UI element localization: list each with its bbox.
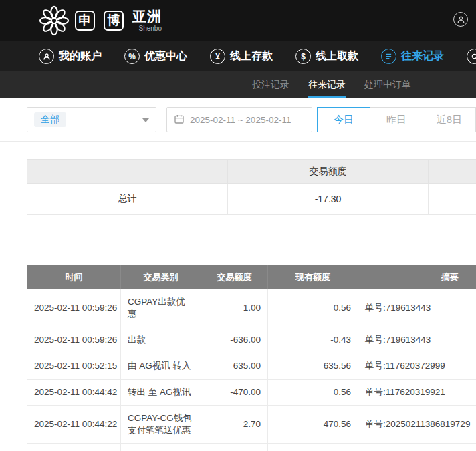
nav-label: 线上存款 — [230, 49, 273, 63]
cell-summary: 单号:117620372999 — [358, 353, 476, 380]
top-bar: 申 博 亚洲 Shenbo — [0, 0, 476, 41]
more-icon — [467, 49, 476, 64]
nav-label: 线上取款 — [316, 49, 358, 63]
last-8-days-button[interactable]: 近8日 — [423, 107, 476, 132]
cell-type: CGPAY支付 — [121, 444, 201, 451]
summary-total-value: -17.30 — [228, 184, 429, 215]
brand-char-bo: 博 — [104, 11, 124, 31]
table-row: 2025-02-11 00:52:15由 AG视讯 转入635.00635.56… — [27, 353, 476, 380]
quick-range-group: 今日 昨日 近8日 — [318, 107, 476, 132]
header-time: 时间 — [27, 265, 121, 289]
cell-amount: -636.00 — [201, 327, 268, 353]
cell-summary: 单号:117620319921 — [358, 380, 476, 406]
cell-time: 2025-02-11 00:44:22 — [27, 444, 121, 451]
table-row: 2025-02-11 00:44:22CGPAY支付450.00467.86单号… — [27, 444, 476, 451]
nav-item-withdraw[interactable]: $ 线上取款 — [295, 49, 358, 64]
table-row: 2025-02-11 00:59:26CGPAY出款优惠1.000.56单号:7… — [27, 289, 476, 327]
date-range-value: 2025-02-11 ~ 2025-02-11 — [190, 115, 291, 125]
deposit-icon: ¥ — [210, 49, 225, 64]
summary-header-row: 交易额度 — [27, 160, 476, 184]
nav-item-overflow[interactable] — [467, 49, 476, 64]
nav-label: 往来记录 — [401, 49, 444, 63]
cell-type: CGPAY-CG钱包支付笔笔送优惠 — [121, 406, 201, 444]
table-row: 2025-02-11 00:44:42转出 至 AG视讯-470.000.56单… — [27, 380, 476, 406]
calendar-icon — [174, 114, 185, 126]
tab-transaction-records[interactable]: 往来记录 — [308, 71, 346, 98]
cell-summary: 单号:719613443 — [358, 289, 476, 327]
header-type: 交易类别 — [121, 265, 201, 289]
table-row: 2025-02-11 00:44:22CGPAY-CG钱包支付笔笔送优惠2.70… — [27, 406, 476, 444]
tab-betting-records[interactable]: 投注记录 — [252, 71, 289, 98]
brand-region: 亚洲 — [132, 9, 162, 23]
records-tab-bar: 投注记录 往来记录 处理中订单 — [0, 71, 476, 98]
type-filter-value: 全部 — [34, 112, 66, 127]
tab-processing-orders[interactable]: 处理中订单 — [364, 71, 411, 98]
yesterday-button[interactable]: 昨日 — [370, 107, 423, 132]
cell-balance: 0.56 — [268, 380, 358, 406]
cell-amount: 635.00 — [201, 353, 268, 380]
header-amount: 交易额度 — [201, 265, 268, 289]
summary-total-cut — [429, 184, 476, 215]
cell-summary: 单号:719613443 — [358, 327, 476, 353]
brand-logo: 申 博 亚洲 Shenbo — [39, 5, 162, 36]
promo-icon: % — [124, 49, 140, 64]
nav-label: 我的账户 — [59, 49, 102, 63]
cell-time: 2025-02-11 00:52:15 — [27, 353, 121, 380]
flower-logo-icon — [39, 5, 70, 36]
cell-type: CGPAY出款优惠 — [121, 289, 201, 327]
cell-amount: 1.00 — [201, 289, 268, 327]
cell-balance: 635.56 — [268, 353, 358, 380]
cell-type: 转出 至 AG视讯 — [121, 380, 201, 406]
records-tbody: 2025-02-11 00:59:26CGPAY出款优惠1.000.56单号:7… — [27, 289, 476, 451]
cell-time: 2025-02-11 00:59:26 — [27, 289, 121, 327]
cell-time: 2025-02-11 00:59:26 — [27, 327, 121, 353]
header-balance: 现有额度 — [268, 265, 358, 289]
user-avatar-icon — [453, 12, 468, 27]
records-icon — [381, 49, 396, 64]
cell-balance: 467.86 — [268, 444, 358, 451]
brand-subtitle: Shenbo — [139, 25, 162, 32]
cell-summary: 单号:20250211386819729 — [358, 444, 476, 451]
date-range-input[interactable]: 2025-02-11 ~ 2025-02-11 — [166, 107, 312, 132]
summary-total-label: 总计 — [27, 184, 228, 215]
table-row: 2025-02-11 00:59:26出款-636.00-0.43单号:7196… — [27, 327, 476, 353]
cell-balance: 470.56 — [268, 406, 358, 444]
cell-type: 出款 — [121, 327, 201, 353]
summary-header-empty — [27, 160, 228, 184]
user-icon — [39, 49, 54, 64]
cell-time: 2025-02-11 00:44:22 — [27, 406, 121, 444]
today-button[interactable]: 今日 — [317, 107, 370, 132]
chevron-down-icon — [142, 118, 149, 122]
summary-table: 交易额度 总计 -17.30 — [27, 159, 476, 215]
nav-item-records[interactable]: 往来记录 — [381, 49, 444, 64]
withdraw-icon: $ — [295, 49, 311, 64]
brand-region-wrap: 亚洲 Shenbo — [132, 9, 162, 32]
main-nav: 我的账户 % 优惠中心 ¥ 线上存款 $ 线上取款 往来记录 — [0, 41, 476, 71]
records-header-row: 时间 交易类别 交易额度 现有额度 摘要 — [27, 265, 476, 289]
brand-char-shen: 申 — [75, 11, 95, 31]
cell-balance: -0.43 — [268, 327, 358, 353]
account-avatar[interactable] — [453, 12, 468, 27]
records-table: 时间 交易类别 交易额度 现有额度 摘要 2025-02-11 00:59:26… — [27, 265, 476, 451]
cell-summary: 单号:20250211386819729 — [358, 406, 476, 444]
cell-balance: 0.56 — [268, 289, 358, 327]
cell-type: 由 AG视讯 转入 — [121, 353, 201, 380]
header-summary: 摘要 — [358, 265, 476, 289]
cell-amount: -470.00 — [201, 380, 268, 406]
type-filter-select[interactable]: 全部 — [27, 107, 156, 132]
cell-amount: 2.70 — [201, 406, 268, 444]
summary-total-row: 总计 -17.30 — [27, 184, 476, 215]
nav-item-my-account[interactable]: 我的账户 — [39, 49, 102, 64]
cell-amount: 450.00 — [201, 444, 268, 451]
summary-header-cut — [429, 160, 476, 184]
nav-label: 优惠中心 — [144, 49, 187, 63]
nav-item-deposit[interactable]: ¥ 线上存款 — [210, 49, 273, 64]
nav-item-promotions[interactable]: % 优惠中心 — [124, 49, 187, 64]
filter-bar: 全部 2025-02-11 ~ 2025-02-11 今日 昨日 近8日 — [0, 98, 476, 142]
summary-header-amount: 交易额度 — [228, 160, 429, 184]
cell-time: 2025-02-11 00:44:42 — [27, 380, 121, 406]
